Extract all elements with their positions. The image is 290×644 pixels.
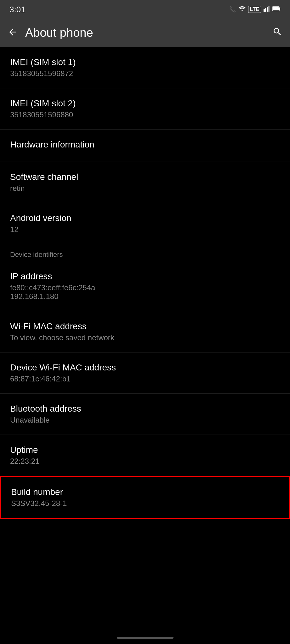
software-channel-value: retin <box>10 184 280 193</box>
search-button[interactable] <box>272 27 282 39</box>
ip-address-value2: 192.168.1.180 <box>10 292 280 301</box>
bluetooth-value: Unavailable <box>10 416 280 425</box>
settings-item-hardware[interactable]: Hardware information <box>0 130 290 162</box>
ip-address-value1: fe80::c473:eeff:fe6c:254a <box>10 283 280 292</box>
imei1-value: 351830551596872 <box>10 69 280 78</box>
svg-rect-5 <box>279 8 280 10</box>
section-device-identifiers: Device identifiers <box>0 244 290 261</box>
device-wifi-mac-value: 68:87:1c:46:42:b1 <box>10 375 280 383</box>
settings-item-software-channel: Software channel retin <box>0 162 290 203</box>
svg-rect-6 <box>273 7 279 10</box>
svg-rect-1 <box>265 8 266 12</box>
imei2-title: IMEI (SIM slot 2) <box>10 98 280 108</box>
build-number-title: Build number <box>11 487 279 497</box>
hardware-title: Hardware information <box>10 140 280 150</box>
settings-item-imei1[interactable]: IMEI (SIM slot 1) 351830551596872 <box>0 47 290 88</box>
settings-item-bluetooth: Bluetooth address Unavailable <box>0 394 290 435</box>
content: IMEI (SIM slot 1) 351830551596872 IMEI (… <box>0 47 290 519</box>
svg-rect-3 <box>268 6 270 12</box>
page-title: About phone <box>25 26 93 40</box>
call-icon: 📞 <box>229 6 236 13</box>
android-version-title: Android version <box>10 213 280 223</box>
uptime-title: Uptime <box>10 445 280 455</box>
settings-item-uptime: Uptime 22:23:21 <box>0 435 290 476</box>
wifi-icon <box>239 6 246 13</box>
settings-item-wifi-mac[interactable]: Wi-Fi MAC address To view, choose saved … <box>0 311 290 352</box>
settings-item-android-version[interactable]: Android version 12 <box>0 203 290 244</box>
settings-item-ip-address: IP address fe80::c473:eeff:fe6c:254a 192… <box>0 261 290 311</box>
device-wifi-mac-title: Device Wi-Fi MAC address <box>10 363 280 373</box>
ip-address-title: IP address <box>10 271 280 281</box>
android-version-value: 12 <box>10 225 280 234</box>
settings-item-build-number[interactable]: Build number S3SV32.45-28-1 <box>0 476 290 519</box>
uptime-value: 22:23:21 <box>10 457 280 466</box>
imei1-title: IMEI (SIM slot 1) <box>10 57 280 67</box>
status-time: 3:01 <box>9 5 26 14</box>
back-button[interactable] <box>8 27 18 39</box>
svg-rect-0 <box>264 9 265 12</box>
nav-hint <box>0 631 290 644</box>
settings-item-device-wifi-mac: Device Wi-Fi MAC address 68:87:1c:46:42:… <box>0 353 290 393</box>
status-icons: 📞 LTE <box>229 6 281 13</box>
imei2-value: 351830551596880 <box>10 110 280 119</box>
settings-item-imei2[interactable]: IMEI (SIM slot 2) 351830551596880 <box>0 88 290 129</box>
status-bar: 3:01 📞 LTE <box>0 0 290 19</box>
wifi-mac-value: To view, choose saved network <box>10 333 280 342</box>
app-bar: About phone <box>0 19 290 47</box>
build-number-value: S3SV32.45-28-1 <box>11 499 279 508</box>
app-bar-left: About phone <box>8 26 93 40</box>
battery-icon <box>272 6 281 13</box>
svg-rect-2 <box>267 7 268 12</box>
nav-pill <box>117 637 173 639</box>
lte-icon: LTE <box>248 6 261 13</box>
wifi-mac-title: Wi-Fi MAC address <box>10 321 280 331</box>
bluetooth-title: Bluetooth address <box>10 404 280 414</box>
signal-icon <box>264 6 270 13</box>
software-channel-title: Software channel <box>10 172 280 182</box>
